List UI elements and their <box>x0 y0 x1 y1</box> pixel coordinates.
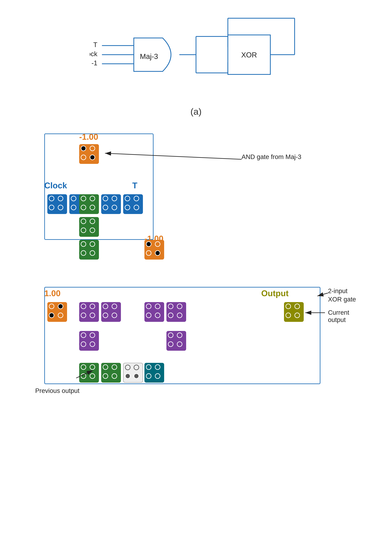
dot <box>103 196 108 201</box>
tile-purple-1 <box>79 302 99 322</box>
dot <box>58 313 63 318</box>
dot <box>146 364 151 370</box>
tile-orange-xor-left <box>47 302 67 322</box>
dot <box>90 241 95 247</box>
dot <box>294 313 300 318</box>
dot <box>81 364 86 370</box>
dot <box>49 196 54 201</box>
dot <box>71 196 76 201</box>
dot <box>103 313 108 318</box>
tile-olive-output <box>284 302 304 322</box>
dot <box>146 250 151 256</box>
tile-purple-4 <box>166 302 186 322</box>
svg-text:Maj-3: Maj-3 <box>140 52 158 60</box>
dot <box>81 228 86 233</box>
dot <box>146 241 151 247</box>
dot <box>81 241 86 247</box>
tile-purple-6 <box>166 331 186 351</box>
dot <box>286 313 291 318</box>
dot <box>81 155 86 160</box>
annotation-current-output: Current output <box>328 309 363 323</box>
dot <box>146 373 151 379</box>
dot <box>90 155 95 160</box>
dot <box>146 313 151 318</box>
dot <box>81 219 86 224</box>
neg-100-label-a: -1.00 <box>79 132 98 142</box>
pos-100-label: 1.00 <box>44 288 61 298</box>
tile-purple-2 <box>101 302 121 322</box>
dot <box>155 250 160 256</box>
dot <box>90 228 95 233</box>
clock-label: Clock <box>44 180 67 190</box>
dot <box>168 313 173 318</box>
dot <box>155 304 160 309</box>
tile-blue-t-1 <box>101 194 121 214</box>
dot <box>134 365 139 370</box>
tile-blue-t-2 <box>123 194 143 214</box>
dot <box>146 304 151 309</box>
dot <box>112 196 117 201</box>
dot <box>81 250 86 256</box>
dot <box>90 250 95 256</box>
dot <box>125 196 130 201</box>
svg-text:XOR: XOR <box>241 51 257 59</box>
annotation-xor-gate: 2-inputXOR gate <box>328 287 356 303</box>
tile-green-center-1 <box>79 194 99 214</box>
dot <box>90 219 95 224</box>
tile-green-prev-2 <box>101 363 121 383</box>
dot <box>112 313 117 318</box>
dot <box>125 365 130 370</box>
tile-purple-3 <box>144 302 164 322</box>
dot <box>90 373 95 379</box>
dot <box>155 241 160 247</box>
dot <box>125 205 130 210</box>
dot <box>49 205 54 210</box>
dot <box>177 332 182 338</box>
output-label: Output <box>261 288 288 298</box>
dot <box>134 205 139 210</box>
dot <box>58 205 63 210</box>
dot <box>168 332 173 338</box>
dot <box>81 146 86 151</box>
dot <box>103 205 108 210</box>
dot <box>90 146 95 151</box>
tile-white-prev <box>123 363 143 383</box>
dot <box>90 332 95 338</box>
circuit-diagram: T Clock -1 Maj-3 XOR <box>90 12 302 103</box>
tile-purple-5 <box>79 331 99 351</box>
dot <box>168 304 173 309</box>
part-b: -1.00 Clock T -1.00 1.00 Output <box>0 123 392 553</box>
t-label: T <box>132 180 137 190</box>
tile-blue-clock-1 <box>47 194 67 214</box>
dot <box>81 332 86 338</box>
dot <box>81 373 86 379</box>
annotation-previous-output: Previous output <box>35 387 79 395</box>
dot <box>155 313 160 318</box>
block-diagram: -1.00 Clock T -1.00 1.00 Output <box>29 129 363 553</box>
dot <box>90 364 95 370</box>
dot <box>49 313 54 318</box>
dot <box>58 304 63 309</box>
dot <box>81 304 86 309</box>
dot <box>90 205 95 210</box>
tile-green-prev-1 <box>79 363 99 383</box>
dot <box>103 364 108 370</box>
dot <box>103 373 108 379</box>
dot <box>294 304 300 309</box>
tile-orange-top <box>79 144 99 164</box>
dot <box>112 373 117 379</box>
annotation-and-gate: AND gate from Maj-3 <box>242 153 301 161</box>
tile-green-center-2 <box>79 217 99 237</box>
dot <box>90 341 95 347</box>
dot <box>112 205 117 210</box>
dot <box>81 313 86 318</box>
dot <box>81 341 86 347</box>
dot <box>177 341 182 347</box>
dot <box>134 373 139 379</box>
svg-text:Clock: Clock <box>90 50 98 57</box>
svg-text:-1: -1 <box>91 59 97 67</box>
dot <box>125 373 130 379</box>
dot <box>71 205 76 210</box>
dot <box>177 313 182 318</box>
dot <box>49 304 54 309</box>
